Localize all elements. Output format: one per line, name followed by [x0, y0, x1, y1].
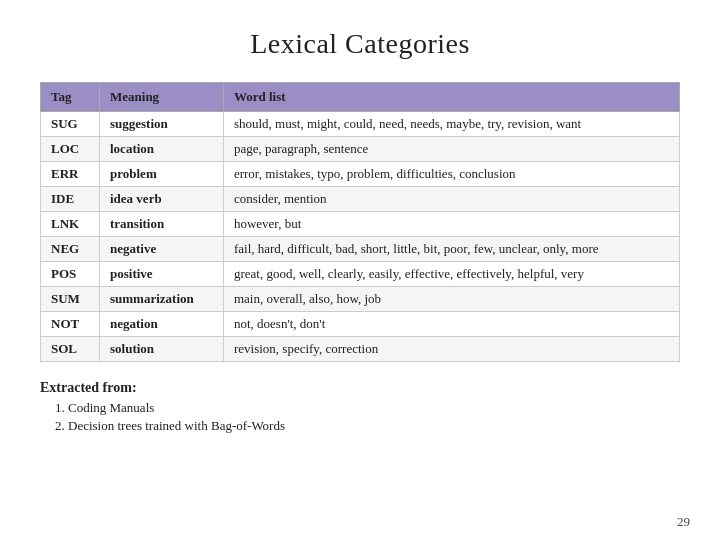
table-row: LOClocationpage, paragraph, sentence: [41, 137, 680, 162]
table-row: IDEidea verbconsider, mention: [41, 187, 680, 212]
cell-9-0: SOL: [41, 337, 100, 362]
cell-9-2: revision, specify, correction: [223, 337, 679, 362]
cell-1-1: location: [100, 137, 224, 162]
page-number: 29: [677, 514, 690, 530]
cell-7-1: summarization: [100, 287, 224, 312]
page-title: Lexical Categories: [0, 0, 720, 82]
cell-7-2: main, overall, also, how, job: [223, 287, 679, 312]
col-header-meaning: Meaning: [100, 83, 224, 112]
cell-3-1: idea verb: [100, 187, 224, 212]
table-row: NEGnegativefail, hard, difficult, bad, s…: [41, 237, 680, 262]
cell-0-1: suggestion: [100, 112, 224, 137]
table-row: ERRproblemerror, mistakes, typo, problem…: [41, 162, 680, 187]
cell-9-1: solution: [100, 337, 224, 362]
cell-8-0: NOT: [41, 312, 100, 337]
table-row: LNKtransitionhowever, but: [41, 212, 680, 237]
extracted-section: Extracted from: Coding ManualsDecision t…: [40, 380, 680, 434]
cell-4-2: however, but: [223, 212, 679, 237]
cell-4-1: transition: [100, 212, 224, 237]
table-header: Tag Meaning Word list: [41, 83, 680, 112]
table-container: Tag Meaning Word list SUGsuggestionshoul…: [40, 82, 680, 362]
cell-0-2: should, must, might, could, need, needs,…: [223, 112, 679, 137]
table-row: SUGsuggestionshould, must, might, could,…: [41, 112, 680, 137]
cell-8-2: not, doesn't, don't: [223, 312, 679, 337]
cell-3-0: IDE: [41, 187, 100, 212]
table-row: SUMsummarizationmain, overall, also, how…: [41, 287, 680, 312]
table-row: SOLsolutionrevision, specify, correction: [41, 337, 680, 362]
cell-6-0: POS: [41, 262, 100, 287]
cell-6-2: great, good, well, clearly, easily, effe…: [223, 262, 679, 287]
extracted-list: Coding ManualsDecision trees trained wit…: [68, 400, 680, 434]
col-header-wordlist: Word list: [223, 83, 679, 112]
cell-5-0: NEG: [41, 237, 100, 262]
table-row: NOTnegationnot, doesn't, don't: [41, 312, 680, 337]
cell-5-2: fail, hard, difficult, bad, short, littl…: [223, 237, 679, 262]
cell-5-1: negative: [100, 237, 224, 262]
table-body: SUGsuggestionshould, must, might, could,…: [41, 112, 680, 362]
cell-2-2: error, mistakes, typo, problem, difficul…: [223, 162, 679, 187]
table-row: POSpositivegreat, good, well, clearly, e…: [41, 262, 680, 287]
extracted-list-item: Coding Manuals: [68, 400, 680, 416]
cell-2-0: ERR: [41, 162, 100, 187]
cell-1-2: page, paragraph, sentence: [223, 137, 679, 162]
cell-1-0: LOC: [41, 137, 100, 162]
cell-6-1: positive: [100, 262, 224, 287]
cell-0-0: SUG: [41, 112, 100, 137]
cell-4-0: LNK: [41, 212, 100, 237]
extracted-title: Extracted from:: [40, 380, 680, 396]
cell-7-0: SUM: [41, 287, 100, 312]
cell-8-1: negation: [100, 312, 224, 337]
lexical-categories-table: Tag Meaning Word list SUGsuggestionshoul…: [40, 82, 680, 362]
col-header-tag: Tag: [41, 83, 100, 112]
cell-2-1: problem: [100, 162, 224, 187]
extracted-list-item: Decision trees trained with Bag-of-Words: [68, 418, 680, 434]
cell-3-2: consider, mention: [223, 187, 679, 212]
